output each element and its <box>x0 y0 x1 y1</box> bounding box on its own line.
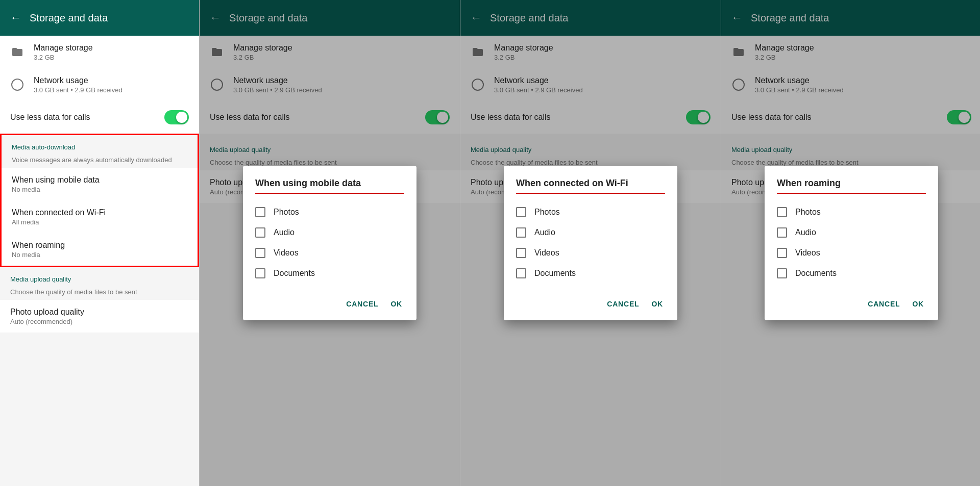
checkbox-label-videos-2: Videos <box>274 248 299 258</box>
header-2: ← Storage and data <box>200 0 460 36</box>
network-usage-item-2[interactable]: Network usage 3.0 GB sent • 2.9 GB recei… <box>200 68 460 101</box>
checkbox-row-documents-3[interactable]: Documents <box>516 263 665 284</box>
checkbox-photos-4[interactable] <box>777 207 787 217</box>
photo-upload-quality-content: Photo upload quality Auto (recommended) <box>10 308 189 325</box>
checkbox-videos-4[interactable] <box>777 248 787 258</box>
media-upload-quality-header: Media upload quality <box>0 267 199 286</box>
checkbox-label-documents-4: Documents <box>795 269 837 278</box>
checkbox-audio-2[interactable] <box>255 227 265 238</box>
divider-4 <box>721 134 980 138</box>
panel-2: ← Storage and data Manage storage 3.2 GB… <box>200 0 460 486</box>
header-title-2: Storage and data <box>229 12 307 24</box>
network-usage-item[interactable]: Network usage 3.0 GB sent • 2.9 GB recei… <box>0 68 199 101</box>
manage-storage-subtitle-2: 3.2 GB <box>233 54 450 61</box>
use-less-data-item[interactable]: Use less data for calls <box>0 101 199 134</box>
manage-storage-item-4[interactable]: Manage storage 3.2 GB <box>721 36 980 68</box>
checkbox-row-photos-4[interactable]: Photos <box>777 202 926 222</box>
checkbox-audio-4[interactable] <box>777 227 787 238</box>
checkbox-label-audio-2: Audio <box>274 228 295 237</box>
network-usage-item-3[interactable]: Network usage 3.0 GB sent • 2.9 GB recei… <box>460 68 721 101</box>
when-mobile-data-item[interactable]: When using mobile data No media <box>2 168 198 200</box>
network-usage-item-4[interactable]: Network usage 3.0 GB sent • 2.9 GB recei… <box>721 68 980 101</box>
checkbox-label-documents-2: Documents <box>274 269 315 278</box>
checkbox-videos-2[interactable] <box>255 248 265 258</box>
use-less-data-item-4[interactable]: Use less data for calls <box>721 101 980 134</box>
back-button-1[interactable]: ← <box>10 11 21 24</box>
folder-icon <box>10 45 24 59</box>
media-upload-quality-header-4: Media upload quality <box>721 138 980 157</box>
use-less-data-item-2[interactable]: Use less data for calls <box>200 101 460 134</box>
dialog-wifi: When connected on Wi-Fi Photos Audio Vid… <box>504 166 677 320</box>
manage-storage-content: Manage storage 3.2 GB <box>34 43 189 61</box>
header-title-3: Storage and data <box>490 12 568 24</box>
header-3: ← Storage and data <box>460 0 721 36</box>
back-button-4[interactable]: ← <box>731 11 743 24</box>
checkbox-row-audio-2[interactable]: Audio <box>255 222 404 243</box>
checkbox-row-videos-3[interactable]: Videos <box>516 243 665 263</box>
divider-2 <box>200 134 460 138</box>
checkbox-documents-2[interactable] <box>255 268 265 278</box>
media-auto-download-section: Media auto-download Voice messages are a… <box>0 134 199 267</box>
network-usage-title: Network usage <box>34 76 189 85</box>
checkbox-row-audio-3[interactable]: Audio <box>516 222 665 243</box>
checkbox-label-videos-4: Videos <box>795 248 820 258</box>
cancel-button-4[interactable]: CANCEL <box>866 296 902 312</box>
photo-upload-quality-subtitle: Auto (recommended) <box>10 318 189 325</box>
manage-storage-content-3: Manage storage 3.2 GB <box>494 43 710 61</box>
checkbox-row-documents-2[interactable]: Documents <box>255 263 404 284</box>
checkbox-documents-3[interactable] <box>516 268 526 278</box>
photo-upload-quality-item[interactable]: Photo upload quality Auto (recommended) <box>0 300 199 332</box>
settings-list-1: Manage storage 3.2 GB Network usage 3.0 … <box>0 36 199 486</box>
checkbox-label-videos-3: Videos <box>534 248 559 258</box>
manage-storage-item-3[interactable]: Manage storage 3.2 GB <box>460 36 721 68</box>
network-usage-subtitle-3: 3.0 GB sent • 2.9 GB received <box>494 86 710 94</box>
when-roaming-content: When roaming No media <box>12 241 187 259</box>
when-mobile-data-title: When using mobile data <box>12 175 187 185</box>
checkbox-row-photos-2[interactable]: Photos <box>255 202 404 222</box>
checkbox-audio-3[interactable] <box>516 227 526 238</box>
header-title-1: Storage and data <box>30 12 108 24</box>
back-button-3[interactable]: ← <box>471 11 482 24</box>
use-less-data-title-2: Use less data for calls <box>210 113 416 122</box>
ok-button-4[interactable]: OK <box>910 296 926 312</box>
dialog-roaming-title: When roaming <box>777 178 926 194</box>
use-less-data-toggle-2[interactable] <box>425 110 450 124</box>
when-wifi-item[interactable]: When connected on Wi-Fi All media <box>2 200 198 233</box>
network-icon-2 <box>210 78 224 92</box>
checkbox-row-documents-4[interactable]: Documents <box>777 263 926 284</box>
when-roaming-item[interactable]: When roaming No media <box>2 233 198 266</box>
checkbox-row-photos-3[interactable]: Photos <box>516 202 665 222</box>
checkbox-photos-2[interactable] <box>255 207 265 217</box>
panel-1: ← Storage and data Manage storage 3.2 GB <box>0 0 199 486</box>
folder-icon-3 <box>471 45 485 59</box>
checkbox-videos-3[interactable] <box>516 248 526 258</box>
ok-button-2[interactable]: OK <box>388 296 404 312</box>
cancel-button-3[interactable]: CANCEL <box>605 296 641 312</box>
use-less-data-item-3[interactable]: Use less data for calls <box>460 101 721 134</box>
back-button-2[interactable]: ← <box>210 11 221 24</box>
manage-storage-item-2[interactable]: Manage storage 3.2 GB <box>200 36 460 68</box>
checkbox-label-photos-4: Photos <box>795 208 821 217</box>
cancel-button-2[interactable]: CANCEL <box>344 296 380 312</box>
checkbox-label-documents-3: Documents <box>534 269 576 278</box>
network-usage-title-2: Network usage <box>233 76 450 85</box>
manage-storage-item[interactable]: Manage storage 3.2 GB <box>0 36 199 68</box>
network-usage-subtitle-4: 3.0 GB sent • 2.9 GB received <box>755 86 971 94</box>
use-less-data-toggle-4[interactable] <box>947 110 971 124</box>
checkbox-documents-4[interactable] <box>777 268 787 278</box>
header-1: ← Storage and data <box>0 0 199 36</box>
checkbox-label-photos-3: Photos <box>534 208 560 217</box>
checkbox-label-audio-4: Audio <box>795 228 816 237</box>
checkbox-photos-3[interactable] <box>516 207 526 217</box>
checkbox-row-videos-4[interactable]: Videos <box>777 243 926 263</box>
media-upload-quality-header-3: Media upload quality <box>460 138 721 157</box>
checkbox-row-videos-2[interactable]: Videos <box>255 243 404 263</box>
use-less-data-toggle[interactable] <box>164 110 189 124</box>
network-usage-content-2: Network usage 3.0 GB sent • 2.9 GB recei… <box>233 76 450 94</box>
network-usage-content-3: Network usage 3.0 GB sent • 2.9 GB recei… <box>494 76 710 94</box>
checkbox-row-audio-4[interactable]: Audio <box>777 222 926 243</box>
use-less-data-toggle-3[interactable] <box>686 110 710 124</box>
when-mobile-data-subtitle: No media <box>12 186 187 193</box>
ok-button-3[interactable]: OK <box>649 296 665 312</box>
when-wifi-title: When connected on Wi-Fi <box>12 208 187 217</box>
